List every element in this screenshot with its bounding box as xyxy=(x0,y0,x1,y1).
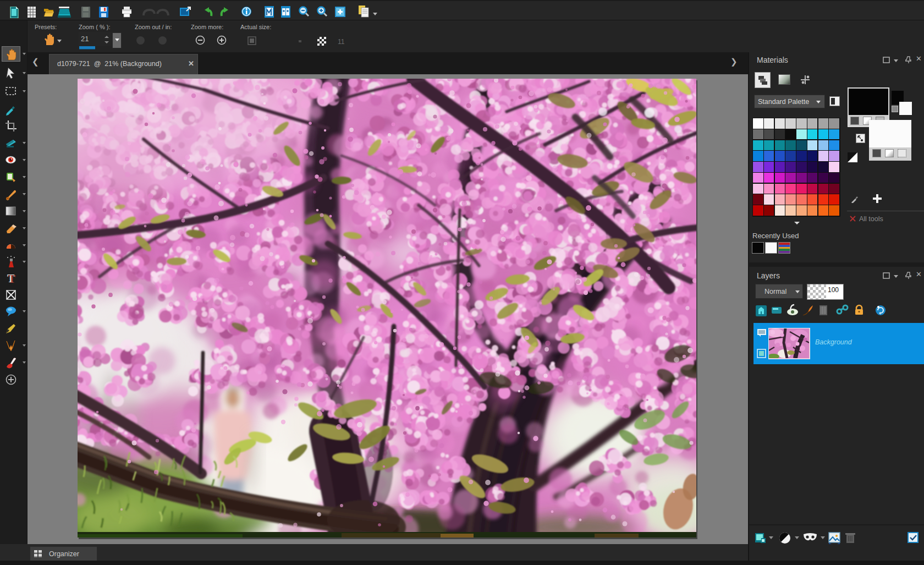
svg-text:T: T xyxy=(8,273,16,285)
